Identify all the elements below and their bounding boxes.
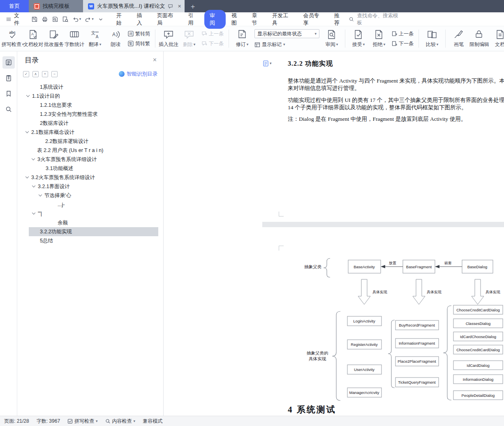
toc-item[interactable]: 1.2.3安全性与完整性需求: [17, 110, 163, 119]
close-tab-icon[interactable]: ×: [178, 3, 181, 9]
annotation-panel-button[interactable]: [2, 72, 15, 84]
toc-item[interactable]: 2数据库设计: [17, 119, 163, 128]
compat-mode-indicator[interactable]: 兼容模式: [143, 418, 162, 425]
menu-item-member[interactable]: 会员专享: [299, 10, 328, 28]
print-button[interactable]: [42, 16, 48, 23]
tab-home-label: 首页: [9, 2, 20, 10]
menu-item-recommend[interactable]: 推荐: [330, 10, 349, 28]
tab-template[interactable]: 找稿完模板: [29, 0, 83, 12]
show-markup-button[interactable]: 显示标记 ▾: [254, 41, 319, 48]
chevron-down-icon[interactable]: [32, 211, 35, 214]
next-comment-button[interactable]: 下一条: [201, 40, 224, 47]
impl-label: 抽象父类的: [307, 350, 328, 355]
undo-button[interactable]: ▾: [72, 16, 81, 23]
document-viewport[interactable]: ▾ 3.2.2 功能实现 整体功能是通过两个 Activity 与四个 Frag…: [164, 51, 504, 416]
doc-proofread-button[interactable]: A 文档校对: [23, 27, 44, 50]
toc-item[interactable]: 1.2.1信息要求: [17, 101, 163, 110]
correction-service-button[interactable]: 批改服务: [44, 27, 64, 50]
close-icon[interactable]: ×: [153, 56, 157, 64]
menu-item-dev-tools[interactable]: 开发工具: [268, 10, 297, 28]
document-page-22[interactable]: 抽象父类 BaseActivity BaseFragment BaseDialo…: [262, 227, 504, 416]
revision-icon: [237, 29, 247, 40]
toc-item[interactable]: 表 2.2 用户表 (Us er T r a i n): [17, 146, 163, 155]
toc-item[interactable]: 2.2数据库逻辑设计: [17, 137, 163, 146]
toc-item[interactable]: 节选择乘'心: [17, 191, 163, 200]
comment-indicator[interactable]: ▾: [263, 60, 272, 67]
chevron-down-icon[interactable]: [25, 130, 29, 133]
spell-check-toggle[interactable]: 拼写检查 ▾: [67, 418, 98, 425]
chevron-down-icon[interactable]: [39, 193, 42, 196]
save-button[interactable]: [31, 16, 38, 23]
print-preview-button[interactable]: [52, 16, 58, 23]
simp-to-trad-button[interactable]: 繁 简转繁: [128, 40, 150, 47]
undo-caret-icon[interactable]: ▾: [79, 17, 81, 21]
word-count-indicator[interactable]: 字数: 3967: [37, 418, 60, 425]
chevron-down-icon[interactable]: [32, 157, 35, 160]
outline-panel-button[interactable]: [2, 56, 15, 69]
document-page-21[interactable]: ▾ 3.2.2 功能实现 整体功能是通过两个 Activity 与四个 Frag…: [262, 51, 504, 222]
review-button[interactable]: 审阅▾: [321, 27, 342, 50]
toc-item[interactable]: 5总结: [17, 236, 163, 245]
toc-expand-button[interactable]: +: [42, 71, 48, 77]
file-menu-button[interactable]: 文件: [6, 12, 25, 27]
tab-home[interactable]: 首页: [0, 0, 29, 12]
toc-check-button[interactable]: ✓: [23, 71, 29, 77]
menu-item-review[interactable]: 审阅: [204, 10, 226, 29]
next-change-button[interactable]: 下一条: [391, 40, 414, 47]
toc-item[interactable]: ...j-: [17, 200, 163, 209]
smart-toc-button[interactable]: 智能识别目录: [119, 71, 157, 78]
accept-button[interactable]: 接受▾: [348, 27, 369, 50]
redo-caret-icon[interactable]: ▾: [92, 17, 94, 21]
search-panel-button[interactable]: [2, 103, 15, 115]
menu-item-view[interactable]: 视图: [227, 10, 246, 28]
command-search[interactable]: 查找命令、搜索模板: [349, 12, 403, 26]
svg-text:RegisterActivity: RegisterActivity: [351, 342, 378, 347]
read-aloud-button[interactable]: A 朗读: [105, 27, 126, 50]
delete-comment-button[interactable]: 删除▾: [179, 27, 199, 50]
toc-item-selected[interactable]: 3.2.2功能实现: [17, 227, 163, 236]
toc-item[interactable]: 3火车票预售系统详细设计: [17, 155, 163, 164]
toolbar-more-button[interactable]: [97, 16, 104, 23]
insert-comment-button[interactable]: 插入批注: [158, 27, 179, 50]
toc-item[interactable]: 3.2火车票预售系统详细设计: [17, 173, 163, 182]
compare-button[interactable]: 比较▾: [422, 27, 442, 50]
toc-item[interactable]: '"|: [17, 209, 163, 218]
toc-item[interactable]: 余额: [17, 218, 163, 227]
reject-button[interactable]: 拒绝▾: [369, 27, 389, 50]
chevron-down-icon[interactable]: [32, 184, 35, 187]
spell-check-button[interactable]: abc 拼写检查▾: [2, 27, 23, 50]
find-replace-button[interactable]: [62, 16, 69, 23]
toc-item[interactable]: 2.1数据库概念设计: [17, 128, 163, 137]
menu-item-insert[interactable]: 插入: [132, 10, 151, 28]
markup-state-dropdown[interactable]: 显示标记的最终状态 ▾: [254, 29, 319, 38]
chevron-down-icon[interactable]: [26, 94, 30, 97]
chevron-down-icon[interactable]: [25, 175, 29, 178]
left-icon-rail: [0, 51, 17, 416]
toc-item[interactable]: 1系统设计: [17, 83, 163, 92]
redo-button[interactable]: ▾: [85, 16, 94, 23]
word-count-button[interactable]: 字数统计: [64, 27, 85, 50]
menu-item-references[interactable]: 引用: [184, 10, 203, 28]
doc-more-button[interactable]: 文档: [490, 27, 504, 50]
pen-button[interactable]: 画笔: [449, 27, 469, 50]
revision-button[interactable]: 修订▾: [232, 27, 252, 50]
next-section-heading: 4 系统测试: [288, 404, 336, 415]
menu-item-start[interactable]: 开始: [112, 10, 131, 28]
menu-item-page-layout[interactable]: 页面布局: [153, 10, 182, 28]
trad-to-simp-button[interactable]: 词 繁转简: [128, 30, 150, 37]
translate-button[interactable]: 文A 翻译▾: [85, 27, 105, 50]
toc-collapse-button[interactable]: ∧: [32, 71, 39, 77]
menu-item-section[interactable]: 章节: [247, 10, 266, 28]
bookmark-panel-button[interactable]: [2, 88, 15, 100]
prev-change-button[interactable]: 上一条: [391, 30, 414, 37]
comment-bubble-icon[interactable]: [168, 4, 173, 9]
prev-comment-button[interactable]: 上一条: [201, 30, 224, 37]
toc-minus-button[interactable]: −: [51, 71, 58, 77]
toc-item[interactable]: 3.1功能概述: [17, 164, 163, 173]
restrict-editing-button[interactable]: 限制编辑: [469, 27, 490, 50]
content-check-toggle[interactable]: 内容检查 ▾: [105, 418, 136, 425]
toc-item[interactable]: 3.2.1界面设计: [17, 182, 163, 191]
magnifier-icon: [105, 419, 111, 424]
toc-item[interactable]: 1.1设计目的: [17, 92, 163, 101]
page-indicator[interactable]: 页面: 21/28: [4, 418, 29, 425]
